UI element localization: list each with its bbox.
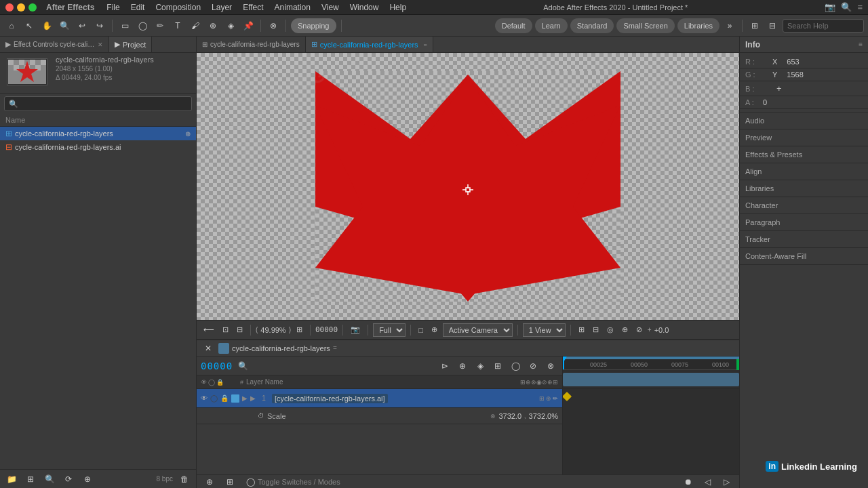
fx-switch[interactable]: ⊞ (539, 395, 545, 402)
home-btn[interactable]: ⌂ (4, 18, 19, 33)
frame-blend-btn[interactable]: ◯ (243, 474, 258, 489)
menu-view[interactable]: View (321, 3, 339, 12)
libraries-btn[interactable]: Libraries (677, 18, 719, 33)
snapping-toggle[interactable]: Snapping (291, 18, 336, 33)
menu-icon[interactable]: ≡ (857, 2, 863, 12)
select-btn[interactable]: ↖ (22, 18, 37, 33)
search-layers-btn[interactable]: 🔍 (235, 359, 250, 373)
pin-btn[interactable]: 📌 (241, 18, 256, 33)
playhead[interactable] (563, 357, 564, 369)
rect-btn[interactable]: ▭ (117, 18, 132, 33)
pen-btn[interactable]: ✏ (153, 18, 167, 33)
camera-select[interactable]: Active Camera (443, 323, 513, 337)
small-screen-btn[interactable]: Small Screen (616, 18, 674, 33)
stamp-btn[interactable]: ⊕ (205, 18, 220, 33)
scale-x-value[interactable]: 3732.0 (498, 412, 521, 420)
help-search[interactable] (783, 19, 864, 33)
minimize-button[interactable] (17, 3, 25, 12)
transparency-btn[interactable]: ⊟ (234, 324, 245, 336)
project-item-comp[interactable]: ⊞ cycle-california-red-rgb-layers ⊕ (0, 127, 196, 140)
project-search-input[interactable] (4, 96, 192, 111)
menu-composition[interactable]: Composition (155, 3, 201, 12)
effect-controls-close[interactable]: ✕ (98, 41, 103, 48)
menu-bar[interactable]: File Edit Composition Layer Effect Anima… (106, 3, 406, 12)
align-section[interactable]: Align (740, 163, 868, 180)
screen-mode-btn[interactable]: ⊞ (747, 18, 762, 33)
new-layer-btn[interactable]: ⊕ (202, 474, 217, 489)
tracker-section[interactable]: Tracker (740, 231, 868, 248)
scale-value[interactable]: 3732.0% (529, 412, 558, 420)
menu-file[interactable]: File (106, 3, 119, 12)
eye-icon[interactable]: 👁 (201, 394, 208, 402)
motion-blur-switch[interactable]: ⊕ (546, 395, 551, 402)
layer-expand2-icon[interactable]: ▶ (250, 394, 256, 402)
layer-expand-icon[interactable]: ▶ (242, 394, 248, 402)
eraser-btn[interactable]: ◈ (223, 18, 238, 33)
close-button[interactable] (5, 3, 14, 12)
search-icon[interactable]: 🔍 (841, 2, 852, 12)
playback-btn[interactable]: ⟵ (201, 324, 217, 336)
3d-btn[interactable]: ⊕ (619, 324, 631, 336)
preview-section[interactable]: Preview (740, 129, 868, 146)
snapshot-btn[interactable]: 📷 (348, 324, 363, 336)
region-of-interest-btn[interactable]: ⊡ (220, 324, 231, 336)
new-item-btn[interactable]: ⊕ (80, 472, 95, 487)
info-menu-icon[interactable]: ≡ (859, 41, 863, 48)
timeline-options-btn[interactable]: ⏺ (681, 474, 696, 489)
lock-btn[interactable]: ⊗ (543, 359, 558, 373)
quality-select[interactable]: Full (373, 323, 406, 337)
viewer-comp-tab[interactable]: ⊞ cycle-california-red-rgb-layers = (306, 37, 433, 52)
draft-btn[interactable]: ⊞ (222, 474, 237, 489)
prev-frame-btn[interactable]: ◁ (700, 474, 715, 489)
project-tab[interactable]: ▶ Project (109, 37, 152, 52)
delete-btn[interactable]: 🗑 (177, 472, 192, 487)
zoom-fit-btn[interactable]: ⊞ (294, 324, 305, 336)
menu-effect[interactable]: Effect (243, 3, 263, 12)
new-comp-btn[interactable]: ⊞ (23, 472, 38, 487)
undo-btn[interactable]: ↩ (75, 18, 90, 33)
add-keyframe-btn[interactable]: ◈ (473, 359, 488, 373)
text-btn[interactable]: T (170, 18, 185, 33)
hand-btn[interactable]: ✋ (39, 18, 54, 33)
menu-edit[interactable]: Edit (131, 3, 145, 12)
solo-icon[interactable]: ◯ (210, 394, 218, 402)
scale-stopwatch[interactable]: ⏱ (258, 412, 264, 420)
shy-btn[interactable]: ⊘ (526, 359, 540, 373)
maximize-button[interactable] (28, 3, 37, 12)
audio-section[interactable]: Audio (740, 113, 868, 129)
character-section[interactable]: Character (740, 197, 868, 214)
toggle-modes-label[interactable]: Toggle Switches / Modes (258, 478, 340, 486)
render-btn[interactable]: ⊳ (437, 359, 452, 373)
effect-controls-tab[interactable]: ▶ Effect Controls cycle-california-r... … (0, 37, 109, 52)
grid-btn[interactable]: ⊞ (576, 324, 587, 336)
export-btn[interactable]: ⊕ (455, 359, 470, 373)
content-aware-fill-section[interactable]: Content-Aware Fill (740, 248, 868, 265)
standard-btn[interactable]: Standard (570, 18, 614, 33)
default-btn[interactable]: Default (495, 18, 532, 33)
menu-help[interactable]: Help (389, 3, 406, 12)
effects-presets-section[interactable]: Effects & Presets (740, 146, 868, 163)
motion-blur-btn[interactable]: ⊘ (633, 324, 645, 336)
solo-btn[interactable]: ◯ (508, 359, 523, 373)
views-select[interactable]: 1 View (523, 323, 566, 337)
find-btn[interactable]: 🔍 (42, 472, 57, 487)
zoom-value[interactable]: 49.99% (260, 326, 285, 334)
redo-btn[interactable]: ↪ (92, 18, 107, 33)
window-controls[interactable] (5, 3, 37, 12)
project-comp-tab[interactable]: ⊞ cycle-california-red-rgb-layers (197, 37, 306, 52)
gizmos-btn[interactable]: ◎ (604, 324, 616, 336)
color-mgmt-btn[interactable]: ⊕ (429, 324, 440, 336)
layer-settings-btn[interactable]: ⊞ (490, 359, 505, 373)
interpret-btn[interactable]: ⟳ (61, 472, 76, 487)
safe-zones-btn[interactable]: ⊟ (590, 324, 601, 336)
libraries-section[interactable]: Libraries (740, 180, 868, 197)
new-folder-btn[interactable]: 📁 (4, 472, 19, 487)
zoom-btn[interactable]: 🔍 (57, 18, 72, 33)
screen-mode2-btn[interactable]: ⊟ (765, 18, 780, 33)
brush-btn[interactable]: 🖌 (188, 18, 203, 33)
puppet-btn[interactable]: ⊗ (266, 18, 281, 33)
edit-icon[interactable]: ✏ (553, 395, 558, 402)
layer-lock-icon[interactable]: 🔒 (220, 394, 229, 402)
alpha-btn[interactable]: □ (416, 325, 426, 336)
more-btn[interactable]: » (722, 18, 737, 33)
